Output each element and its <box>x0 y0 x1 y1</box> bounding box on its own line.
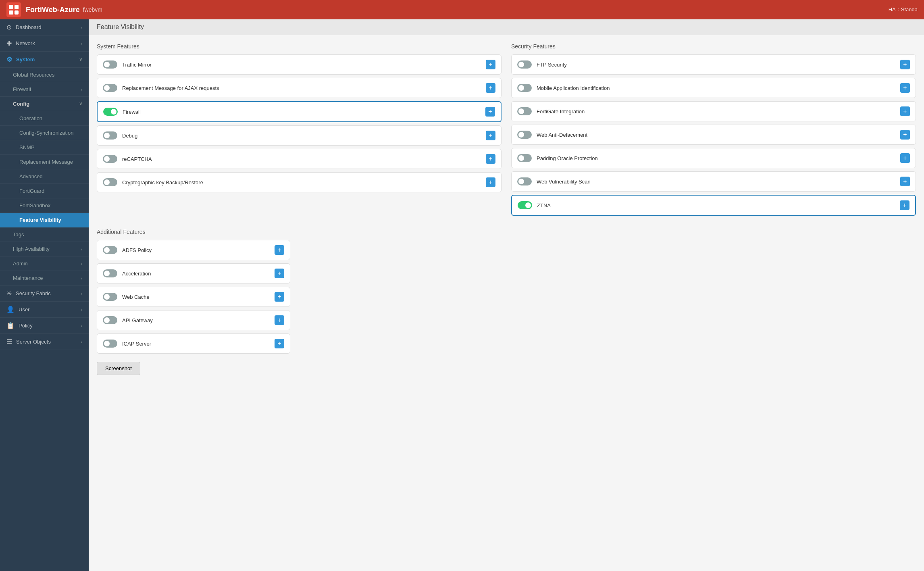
feature-add-btn-ftp-security[interactable]: + <box>900 60 910 69</box>
sidebar-item-operation[interactable]: Operation <box>0 111 89 126</box>
sidebar-item-snmp[interactable]: SNMP <box>0 140 89 155</box>
feature-add-btn-recaptcha[interactable]: + <box>486 154 495 164</box>
topbar: FortiWeb-Azure fwebvm HA：Standa <box>0 0 924 19</box>
feature-add-btn-web-anti-defacement[interactable]: + <box>900 130 910 140</box>
toggle-web-vuln-scan[interactable] <box>517 177 532 185</box>
feature-add-btn-api-gateway[interactable]: + <box>275 315 284 325</box>
feature-item-replacement-message-ajax[interactable]: Replacement Message for AJAX requests+ <box>97 78 502 98</box>
feature-add-btn-ztna[interactable]: + <box>900 200 909 210</box>
feature-add-btn-web-vuln-scan[interactable]: + <box>900 177 910 186</box>
sidebar-item-advanced[interactable]: Advanced <box>0 169 89 184</box>
feature-label-padding-oracle: Padding Oracle Protection <box>537 155 900 161</box>
feature-label-ftp-security: FTP Security <box>537 62 900 68</box>
feature-label-ztna: ZTNA <box>537 202 900 208</box>
feature-item-traffic-mirror[interactable]: Traffic Mirror+ <box>97 54 502 75</box>
app-name: FortiWeb-Azure <box>26 6 80 14</box>
sidebar-label-feature-visibility: Feature Visibility <box>19 217 82 223</box>
dashboard-icon: ⊙ <box>6 23 12 31</box>
sidebar-item-admin[interactable]: Admin › <box>0 256 89 271</box>
feature-add-btn-icap-server[interactable]: + <box>275 339 284 348</box>
sidebar-item-firewall[interactable]: Firewall › <box>0 82 89 97</box>
toggle-firewall[interactable] <box>103 108 118 116</box>
sidebar-item-tags[interactable]: Tags <box>0 227 89 242</box>
feature-item-fortigate-integration[interactable]: FortiGate Integration+ <box>511 101 916 121</box>
toggle-fortigate-integration[interactable] <box>517 107 532 115</box>
toggle-padding-oracle[interactable] <box>517 154 532 162</box>
sidebar-item-global-resources[interactable]: Global Resources <box>0 68 89 82</box>
toggle-recaptcha[interactable] <box>103 155 117 163</box>
feature-add-btn-adfs-policy[interactable]: + <box>275 245 284 255</box>
sidebar-label-tags: Tags <box>13 231 82 238</box>
feature-item-icap-server[interactable]: ICAP Server+ <box>97 333 290 354</box>
feature-item-api-gateway[interactable]: API Gateway+ <box>97 310 290 330</box>
feature-add-btn-crypto-backup[interactable]: + <box>486 177 495 187</box>
sidebar-item-system[interactable]: ⚙ System ∨ <box>0 52 89 68</box>
screenshot-button[interactable]: Screenshot <box>97 362 140 375</box>
chevron-icon: › <box>81 41 82 46</box>
sidebar-item-maintenance[interactable]: Maintenance › <box>0 271 89 286</box>
screenshot-area: Screenshot <box>97 362 916 375</box>
feature-item-crypto-backup[interactable]: Cryptographic key Backup/Restore+ <box>97 172 502 192</box>
chevron-icon: › <box>81 291 82 296</box>
feature-item-acceleration[interactable]: Acceleration+ <box>97 263 290 283</box>
toggle-adfs-policy[interactable] <box>103 246 117 254</box>
feature-label-traffic-mirror: Traffic Mirror <box>122 62 486 68</box>
toggle-ftp-security[interactable] <box>517 60 532 69</box>
feature-add-btn-fortigate-integration[interactable]: + <box>900 106 910 116</box>
toggle-icap-server[interactable] <box>103 340 117 348</box>
sidebar-label-system: System <box>16 56 79 63</box>
feature-add-btn-debug[interactable]: + <box>486 131 495 140</box>
feature-item-web-cache[interactable]: Web Cache+ <box>97 287 290 307</box>
hostname: fwebvm <box>83 6 102 13</box>
toggle-web-cache[interactable] <box>103 293 117 301</box>
feature-item-web-anti-defacement[interactable]: Web Anti-Defacement+ <box>511 125 916 145</box>
sidebar-item-server-objects[interactable]: ☰ Server Objects › <box>0 334 89 350</box>
feature-add-btn-padding-oracle[interactable]: + <box>900 153 910 163</box>
feature-add-btn-replacement-message-ajax[interactable]: + <box>486 83 495 93</box>
feature-add-btn-traffic-mirror[interactable]: + <box>486 60 495 69</box>
sidebar-item-high-availability[interactable]: High Availability › <box>0 242 89 256</box>
sidebar-item-feature-visibility[interactable]: Feature Visibility <box>0 213 89 227</box>
sidebar-item-fortiguard[interactable]: FortiGuard <box>0 184 89 198</box>
sidebar-item-dashboard[interactable]: ⊙ Dashboard › <box>0 19 89 35</box>
feature-item-firewall[interactable]: Firewall+ <box>97 101 502 122</box>
sidebar-item-network[interactable]: ✚ Network › <box>0 35 89 52</box>
sidebar-label-config-sync: Config-Synchronization <box>19 130 82 136</box>
feature-label-fortigate-integration: FortiGate Integration <box>537 108 900 115</box>
feature-add-btn-mobile-app-id[interactable]: + <box>900 83 910 93</box>
feature-item-padding-oracle[interactable]: Padding Oracle Protection+ <box>511 148 916 168</box>
feature-item-debug[interactable]: Debug+ <box>97 125 502 146</box>
toggle-ztna[interactable] <box>518 201 532 209</box>
toggle-acceleration[interactable] <box>103 269 117 277</box>
toggle-mobile-app-id[interactable] <box>517 84 532 92</box>
feature-item-adfs-policy[interactable]: ADFS Policy+ <box>97 240 290 260</box>
sidebar-label-advanced: Advanced <box>19 173 82 179</box>
sidebar-label-fortiguard: FortiGuard <box>19 188 82 194</box>
security-fabric-icon: ✳ <box>6 290 12 297</box>
sidebar-item-security-fabric[interactable]: ✳ Security Fabric › <box>0 286 89 302</box>
toggle-debug[interactable] <box>103 131 117 140</box>
toggle-web-anti-defacement[interactable] <box>517 131 532 139</box>
additional-features-list: ADFS Policy+Acceleration+Web Cache+API G… <box>97 240 290 354</box>
page-title: Feature Visibility <box>97 23 144 30</box>
feature-add-btn-web-cache[interactable]: + <box>275 292 284 302</box>
sidebar-item-fortisandbox[interactable]: FortiSandbox <box>0 198 89 213</box>
toggle-traffic-mirror[interactable] <box>103 60 117 69</box>
feature-add-btn-acceleration[interactable]: + <box>275 269 284 278</box>
toggle-api-gateway[interactable] <box>103 316 117 324</box>
feature-item-web-vuln-scan[interactable]: Web Vulnerability Scan+ <box>511 171 916 192</box>
toggle-crypto-backup[interactable] <box>103 178 117 186</box>
features-grid: System Features Traffic Mirror+Replaceme… <box>97 43 916 219</box>
feature-item-ztna[interactable]: ZTNA+ <box>511 195 916 216</box>
feature-item-recaptcha[interactable]: reCAPTCHA+ <box>97 149 502 169</box>
feature-item-ftp-security[interactable]: FTP Security+ <box>511 54 916 75</box>
sidebar-item-config[interactable]: Config ∨ <box>0 97 89 111</box>
sidebar-item-config-sync[interactable]: Config-Synchronization <box>0 126 89 140</box>
feature-add-btn-firewall[interactable]: + <box>485 107 495 117</box>
feature-item-mobile-app-id[interactable]: Mobile Application Identification+ <box>511 78 916 98</box>
security-features-title: Security Features <box>511 43 916 50</box>
toggle-replacement-message-ajax[interactable] <box>103 84 117 92</box>
sidebar-item-replacement-message[interactable]: Replacement Message <box>0 155 89 169</box>
sidebar-item-user[interactable]: 👤 User › <box>0 302 89 318</box>
sidebar-item-policy[interactable]: 📋 Policy › <box>0 318 89 334</box>
